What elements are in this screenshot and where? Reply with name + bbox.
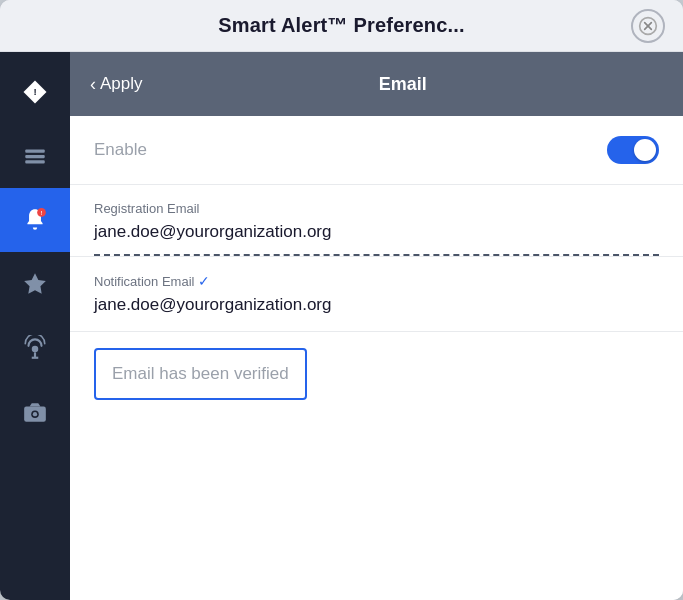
svg-point-11: [32, 346, 39, 353]
svg-text:!: !: [41, 210, 43, 216]
sidebar-item-camera[interactable]: [0, 380, 70, 444]
enable-row: Enable: [70, 116, 683, 185]
sidebar-item-bell[interactable]: !: [0, 188, 70, 252]
enable-toggle[interactable]: [607, 136, 659, 164]
content-area: ‹ Apply Email Enable Registration Em: [70, 52, 683, 600]
window-title: Smart Alert™ Preferenc...: [218, 14, 465, 37]
sidebar: ! !: [0, 52, 70, 600]
sub-header: ‹ Apply Email: [70, 52, 683, 116]
form-content: Enable Registration Email jane.doe@youro…: [70, 116, 683, 600]
layers-icon: [22, 143, 48, 169]
svg-marker-15: [30, 403, 41, 406]
camera-icon: [22, 399, 48, 425]
svg-text:!: !: [33, 86, 36, 97]
verified-message-box: Email has been verified: [94, 348, 307, 400]
close-button[interactable]: [631, 9, 665, 43]
notification-email-value: jane.doe@yourorganization.org: [94, 295, 659, 331]
sidebar-item-alert[interactable]: !: [0, 60, 70, 124]
sidebar-item-layers[interactable]: [0, 124, 70, 188]
app-window: Smart Alert™ Preferenc... !: [0, 0, 683, 600]
back-label: Apply: [100, 74, 143, 94]
close-icon: [638, 16, 658, 36]
registration-email-section: Registration Email jane.doe@yourorganiza…: [70, 185, 683, 257]
notification-email-section: Notification Email ✓ jane.doe@yourorgani…: [70, 257, 683, 332]
chevron-left-icon: ‹: [90, 74, 96, 95]
enable-label: Enable: [94, 140, 147, 160]
verified-check-icon: ✓: [198, 273, 210, 289]
toggle-knob: [634, 139, 656, 161]
location-signal-icon: [22, 335, 48, 361]
bell-icon: !: [22, 207, 48, 233]
svg-marker-10: [24, 273, 46, 294]
svg-point-17: [33, 412, 37, 416]
sidebar-item-location[interactable]: [0, 316, 70, 380]
registration-email-label: Registration Email: [94, 201, 659, 216]
title-bar: Smart Alert™ Preferenc...: [0, 0, 683, 52]
main-layout: ! !: [0, 52, 683, 600]
registration-email-value: jane.doe@yourorganization.org: [94, 222, 659, 256]
alert-diamond-icon: !: [22, 79, 48, 105]
verified-message-text: Email has been verified: [112, 364, 289, 383]
star-icon: [22, 271, 48, 297]
notification-email-label: Notification Email ✓: [94, 273, 659, 289]
svg-rect-7: [25, 160, 45, 163]
back-button[interactable]: ‹ Apply: [90, 74, 143, 95]
sub-header-title: Email: [143, 74, 663, 95]
sidebar-item-star[interactable]: [0, 252, 70, 316]
svg-rect-6: [25, 155, 45, 158]
svg-rect-5: [25, 150, 45, 153]
